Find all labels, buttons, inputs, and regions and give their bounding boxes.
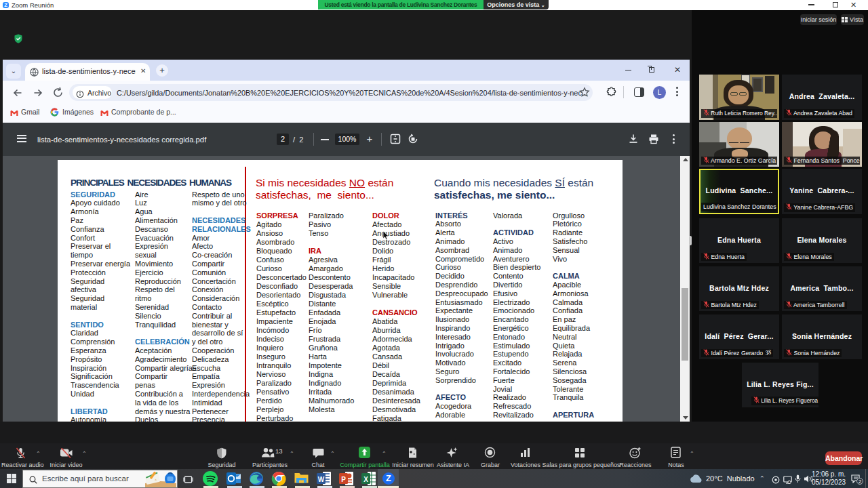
svg-text:W: W	[318, 476, 325, 483]
svg-text:X: X	[363, 476, 368, 483]
svg-text:P: P	[341, 476, 346, 483]
